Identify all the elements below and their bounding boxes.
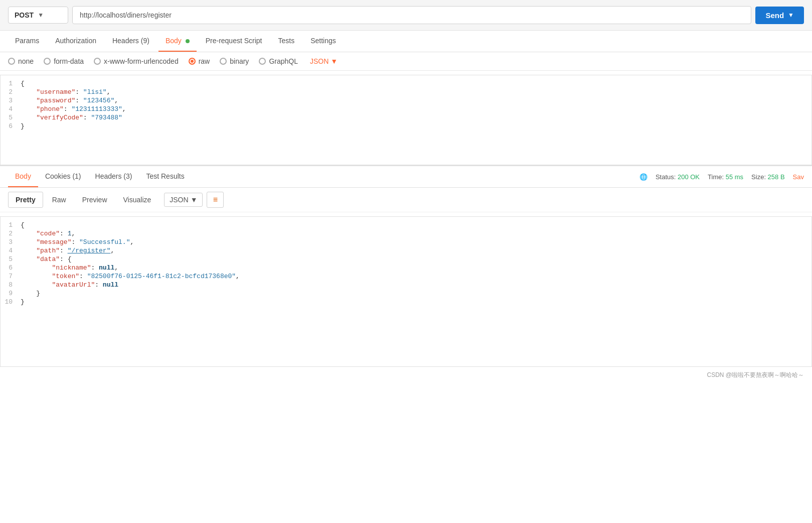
url-input[interactable] bbox=[72, 6, 751, 24]
resp-line-8: 8 "avatarUrl": null bbox=[1, 281, 811, 289]
method-select[interactable]: POST ▼ bbox=[8, 7, 68, 24]
opt-form-data[interactable]: form-data bbox=[44, 57, 84, 65]
status-label: Status: 200 OK bbox=[656, 173, 700, 181]
req-line-1: 1 { bbox=[1, 79, 811, 88]
radio-urlencoded bbox=[94, 58, 101, 65]
request-code-editor[interactable]: 1 { 2 "username": "lisi", 3 "password": … bbox=[0, 75, 812, 165]
resp-line-6: 6 "nickname": null, bbox=[1, 264, 811, 272]
format-label: JSON bbox=[310, 57, 329, 65]
tab-tests[interactable]: Tests bbox=[271, 31, 302, 52]
rtab-visualize[interactable]: Visualize bbox=[116, 192, 158, 207]
opt-none[interactable]: none bbox=[8, 57, 34, 65]
opt-graphql[interactable]: GraphQL bbox=[259, 57, 298, 65]
send-button[interactable]: Send ▼ bbox=[755, 7, 804, 24]
opt-raw[interactable]: raw bbox=[189, 57, 210, 65]
resp-tab-cookies[interactable]: Cookies (1) bbox=[38, 166, 88, 187]
req-line-4: 4 "phone": "12311113333", bbox=[1, 105, 811, 113]
opt-urlencoded[interactable]: x-www-form-urlencoded bbox=[94, 57, 179, 65]
body-options-row: none form-data x-www-form-urlencoded raw… bbox=[0, 52, 812, 71]
response-code-editor: 1 { 2 "code": 1, 3 "message": "Successfu… bbox=[0, 216, 812, 367]
req-line-2: 2 "username": "lisi", bbox=[1, 88, 811, 96]
response-tabs-row: Body Cookies (1) Headers (3) Test Result… bbox=[0, 166, 812, 188]
rtab-pretty[interactable]: Pretty bbox=[8, 192, 43, 208]
send-label: Send bbox=[765, 11, 784, 20]
response-view-toolbar: Pretty Raw Preview Visualize JSON ▼ ≡ bbox=[0, 188, 812, 212]
req-line-6: 6 } bbox=[1, 122, 811, 130]
rtab-raw[interactable]: Raw bbox=[45, 192, 73, 207]
request-tabs: Params Authorization Headers (9) Body Pr… bbox=[0, 31, 812, 52]
footer: CSDN @啦啦不要熬夜啊～啊哈哈～ bbox=[0, 367, 812, 383]
size-value: 258 B bbox=[768, 173, 785, 181]
resp-line-2: 2 "code": 1, bbox=[1, 229, 811, 238]
save-link[interactable]: Sav bbox=[793, 173, 804, 181]
opt-binary[interactable]: binary bbox=[220, 57, 249, 65]
method-chevron-icon: ▼ bbox=[38, 12, 44, 19]
req-line-3: 3 "password": "123456", bbox=[1, 96, 811, 105]
footer-text: CSDN @啦啦不要熬夜啊～啊哈哈～ bbox=[707, 371, 804, 379]
radio-binary bbox=[220, 58, 227, 65]
response-meta: 🌐 Status: 200 OK Time: 55 ms Size: 258 B… bbox=[639, 173, 804, 181]
tab-authorization[interactable]: Authorization bbox=[48, 31, 103, 52]
resp-tab-test-results[interactable]: Test Results bbox=[139, 166, 191, 187]
body-active-dot bbox=[186, 39, 190, 43]
response-section: Body Cookies (1) Headers (3) Test Result… bbox=[0, 165, 812, 367]
rtab-preview[interactable]: Preview bbox=[75, 192, 114, 207]
method-label: POST bbox=[15, 11, 34, 19]
resp-line-10: 10 } bbox=[1, 298, 811, 306]
radio-none bbox=[8, 58, 15, 65]
resp-line-9: 9 } bbox=[1, 289, 811, 298]
radio-form-data bbox=[44, 58, 51, 65]
resp-line-4: 4 "path": "/register", bbox=[1, 246, 811, 255]
status-value: 200 OK bbox=[678, 173, 700, 181]
radio-graphql bbox=[259, 58, 266, 65]
resp-tab-body[interactable]: Body bbox=[8, 166, 38, 187]
tab-params[interactable]: Params bbox=[8, 31, 46, 52]
resp-line-3: 3 "message": "Successful.", bbox=[1, 238, 811, 246]
top-bar: POST ▼ Send ▼ bbox=[0, 0, 812, 31]
size-label: Size: 258 B bbox=[751, 173, 785, 181]
globe-icon: 🌐 bbox=[639, 173, 647, 181]
tab-headers[interactable]: Headers (9) bbox=[105, 31, 156, 52]
resp-tab-headers[interactable]: Headers (3) bbox=[88, 166, 139, 187]
tab-pre-request[interactable]: Pre-request Script bbox=[199, 31, 269, 52]
format-select[interactable]: JSON ▼ bbox=[310, 57, 338, 65]
tab-settings[interactable]: Settings bbox=[303, 31, 343, 52]
wrap-button[interactable]: ≡ bbox=[207, 192, 224, 208]
format-chevron-icon: ▼ bbox=[331, 57, 338, 65]
req-line-5: 5 "verifyCode": "793488" bbox=[1, 113, 811, 122]
resp-line-7: 7 "token": "82500f76-0125-46f1-81c2-bcfc… bbox=[1, 272, 811, 281]
resp-line-1: 1 { bbox=[1, 221, 811, 229]
tab-body[interactable]: Body bbox=[158, 31, 197, 52]
wrap-icon: ≡ bbox=[213, 195, 218, 204]
resp-format-label: JSON bbox=[170, 196, 188, 204]
time-label: Time: 55 ms bbox=[708, 173, 743, 181]
time-value: 55 ms bbox=[726, 173, 743, 181]
radio-raw bbox=[189, 58, 196, 65]
resp-format-chevron-icon: ▼ bbox=[191, 196, 198, 204]
resp-line-5: 5 "data": { bbox=[1, 255, 811, 264]
resp-format-select[interactable]: JSON ▼ bbox=[164, 193, 203, 207]
send-chevron-icon: ▼ bbox=[788, 12, 794, 19]
